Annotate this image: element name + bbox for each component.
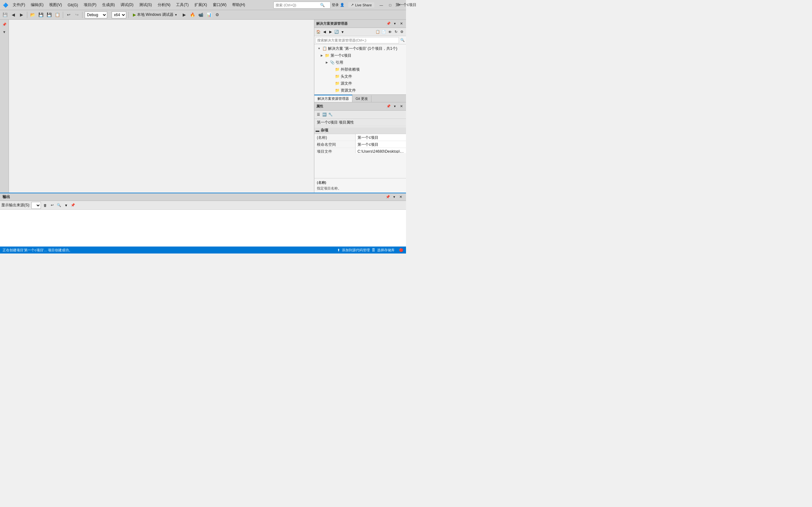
external-deps-icon: 📁 <box>335 67 340 72</box>
project-item[interactable]: ▶ 📁 第一个c项目 <box>314 52 406 59</box>
output-panel: 输出 📌 ▾ ✕ 显示输出来源(S): 🗑 ↩ 🔍 ▼ 📌 <box>0 193 406 246</box>
source-files-label: 源文件 <box>341 81 352 86</box>
menu-view[interactable]: 视图(V) <box>47 1 64 9</box>
se-back-btn[interactable]: ◀ <box>322 29 327 35</box>
strip-arrow-btn[interactable]: ▼ <box>1 29 8 36</box>
maximize-button[interactable]: □ <box>386 1 395 9</box>
toolbar-redo-btn[interactable]: ↪ <box>73 11 81 19</box>
props-chevron-btn[interactable]: ▾ <box>392 104 398 109</box>
source-files-icon: 📁 <box>335 81 340 86</box>
toolbar-save2-btn[interactable]: 💾 <box>37 11 45 19</box>
tab-git-changes[interactable]: Git 更改 <box>352 95 371 102</box>
menu-build[interactable]: 生成(B) <box>100 1 117 9</box>
minimize-button[interactable]: — <box>377 1 386 9</box>
toolbar-copy-btn[interactable]: 📋 <box>54 11 61 19</box>
references-item[interactable]: ▶ 📎 引用 <box>314 59 406 66</box>
toolbar-misc-btn[interactable]: ⚙ <box>213 11 221 19</box>
props-value-name: 第一个c项目 <box>356 134 406 141</box>
se-forward-btn[interactable]: ▶ <box>328 29 334 35</box>
right-panel: 解决方案资源管理器 📌 ▾ ✕ 🏠 ◀ ▶ 🔄 ▼ 📋 � <box>314 20 406 193</box>
panel-chevron-btn[interactable]: ▾ <box>392 21 398 26</box>
se-home-btn[interactable]: 🏠 <box>316 29 321 35</box>
output-title: 输出 <box>3 194 10 200</box>
output-clear-btn[interactable]: 🗑 <box>42 203 48 208</box>
properties-toolbar: ☰ 🔤 🔧 <box>314 111 406 119</box>
se-filter-btn[interactable]: ▼ <box>340 29 345 35</box>
properties-description: (名称) 指定项目名称。 <box>314 178 406 193</box>
platform-select[interactable]: x64 x86 <box>112 12 126 18</box>
toolbar-perf-btn[interactable]: 📊 <box>205 11 213 19</box>
output-close-btn[interactable]: ✕ <box>398 194 403 200</box>
menu-help[interactable]: 帮助(H) <box>230 1 248 9</box>
select-repo[interactable]: 选择存储库 <box>377 248 395 252</box>
menu-analyze[interactable]: 分析(N) <box>155 1 173 9</box>
separator-3 <box>82 12 83 18</box>
editor-area <box>9 20 314 193</box>
output-source-select[interactable] <box>32 202 41 209</box>
strip-pin-btn[interactable]: 📌 <box>1 21 8 28</box>
config-dropdown[interactable]: Debug Release <box>85 11 107 18</box>
solution-explorer-search-input[interactable] <box>316 37 399 43</box>
menu-tools[interactable]: 工具(T) <box>173 1 191 9</box>
menu-project[interactable]: 项目(P) <box>81 1 99 9</box>
toolbar-undo-btn[interactable]: ↩ <box>65 11 72 19</box>
toolbar-save-all-btn[interactable]: 💾 <box>45 11 53 19</box>
solution-root-item[interactable]: ▼ 📋 解决方案 '第一个c项目' (1个项目，共1个) <box>314 45 406 52</box>
status-bar: 正在创建项目'第一个c项目'... 项目创建成功。 ⬆ 添加到源代码管理 🗄 选… <box>0 246 406 253</box>
toolbar-open-btn[interactable]: 📂 <box>29 11 37 19</box>
title-search-box[interactable]: 🔍 <box>273 2 331 9</box>
menu-file[interactable]: 文件(F) <box>10 1 28 9</box>
external-deps-item[interactable]: ▶ 📁 外部依赖项 <box>314 66 406 73</box>
run-debugger-button[interactable]: ▶ 本地 Windows 调试器 ▼ <box>131 11 180 19</box>
user-login[interactable]: 登录 <box>332 3 339 7</box>
properties-panel: 属性 📌 ▾ ✕ ☰ 🔤 🔧 第一个c项目 项目属性 <box>314 102 406 193</box>
menu-git[interactable]: Git(G) <box>65 2 81 8</box>
toolbar-forward-btn[interactable]: ▶ <box>18 11 26 19</box>
panel-auto-hide-btn[interactable]: 📌 <box>386 21 392 26</box>
se-props-btn[interactable]: 📄 <box>381 29 387 35</box>
properties-object-header: 第一个c项目 项目属性 <box>314 119 406 126</box>
menu-bar: 文件(F) 编辑(E) 视图(V) Git(G) 项目(P) 生成(B) 调试(… <box>10 1 273 9</box>
output-find-btn[interactable]: 🔍 <box>56 203 62 208</box>
menu-debug[interactable]: 调试(D) <box>118 1 136 9</box>
output-pin2-btn[interactable]: 📌 <box>70 203 76 208</box>
props-categorized-btn[interactable]: ☰ <box>316 112 321 118</box>
menu-edit[interactable]: 编辑(E) <box>28 1 46 9</box>
se-settings-btn[interactable]: ⚙ <box>399 29 405 35</box>
props-close-btn[interactable]: ✕ <box>398 104 404 109</box>
panel-close-btn[interactable]: ✕ <box>398 21 404 26</box>
toolbar-save-btn[interactable]: 💾 <box>1 11 9 19</box>
se-preview-btn[interactable]: 👁 <box>387 29 393 35</box>
output-chevron-btn[interactable]: ▾ <box>392 194 397 200</box>
menu-test[interactable]: 测试(S) <box>137 1 154 9</box>
platform-dropdown[interactable]: x64 x86 <box>112 11 126 18</box>
props-pin-btn[interactable]: 📌 <box>386 104 392 109</box>
toolbar-fire-btn[interactable]: 🔥 <box>189 11 196 19</box>
props-wrench-btn[interactable]: 🔧 <box>328 112 334 118</box>
add-to-source-control[interactable]: 添加到源代码管理 <box>342 248 370 252</box>
live-share-button[interactable]: ↗ Live Share <box>348 2 374 8</box>
tab-solution-explorer[interactable]: 解决方案资源管理器 <box>314 95 352 102</box>
header-files-item[interactable]: ▶ 📁 头文件 <box>314 73 406 80</box>
se-sync-btn[interactable]: 🔄 <box>334 29 339 35</box>
user-icon[interactable]: 👤 <box>340 3 345 7</box>
menu-extensions[interactable]: 扩展(X) <box>192 1 210 9</box>
source-control-icon[interactable]: ⬆ <box>337 248 340 252</box>
title-search-input[interactable] <box>275 3 320 7</box>
toolbar-back-btn[interactable]: ◀ <box>9 11 17 19</box>
props-alpha-btn[interactable]: 🔤 <box>322 112 327 118</box>
output-pin-btn[interactable]: 📌 <box>385 194 391 200</box>
menu-window[interactable]: 窗口(W) <box>210 1 229 9</box>
solution-explorer: 解决方案资源管理器 📌 ▾ ✕ 🏠 ◀ ▶ 🔄 ▼ 📋 � <box>314 20 406 102</box>
resource-files-label: 资源文件 <box>341 88 356 93</box>
output-wrap-btn[interactable]: ↩ <box>49 203 55 208</box>
se-refresh-btn[interactable]: ↻ <box>393 29 399 35</box>
resource-files-item[interactable]: ▶ 📁 资源文件 <box>314 87 406 94</box>
output-filter-btn[interactable]: ▼ <box>63 203 69 208</box>
toolbar-record-btn[interactable]: 📹 <box>197 11 205 19</box>
repo-icon[interactable]: 🗄 <box>372 248 375 252</box>
se-show-all-btn[interactable]: 📋 <box>375 29 380 35</box>
source-files-item[interactable]: ▶ 📁 源文件 <box>314 80 406 87</box>
config-select[interactable]: Debug Release <box>85 12 107 18</box>
toolbar-start-btn[interactable]: ▶ <box>181 11 188 19</box>
